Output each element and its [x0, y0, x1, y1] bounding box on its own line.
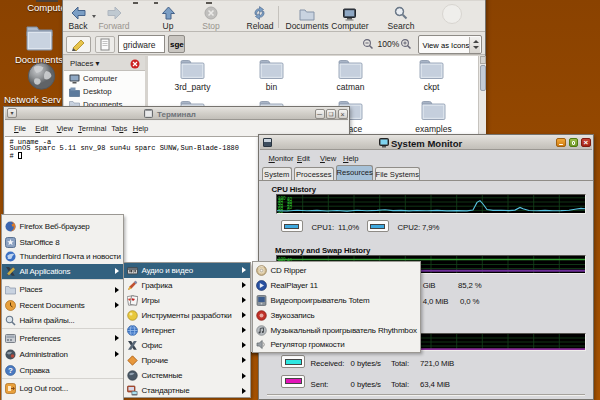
svg-text:?: ?: [8, 366, 13, 375]
